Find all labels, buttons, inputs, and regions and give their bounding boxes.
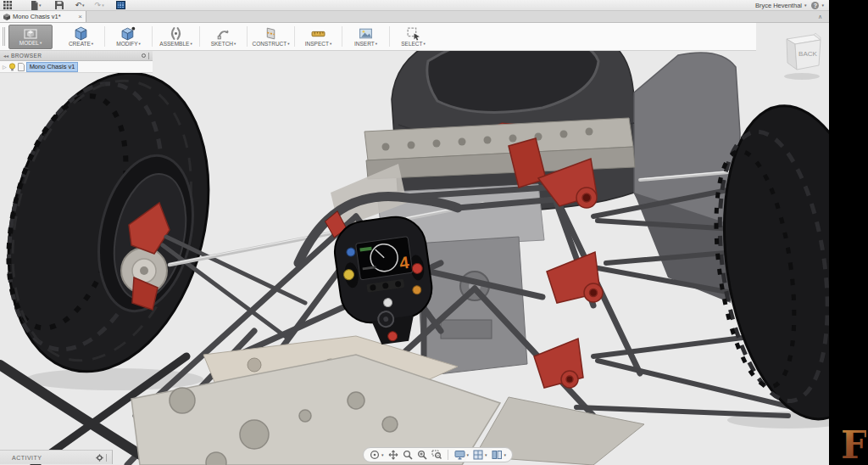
- sketch-icon: [216, 26, 231, 41]
- undo-button[interactable]: ↶ ▾: [72, 0, 88, 11]
- select-label: SELECT▾: [401, 42, 426, 48]
- model-workspace-icon: [24, 26, 37, 41]
- fusion-logo: F: [839, 426, 866, 463]
- inspect-label: INSPECT▾: [305, 42, 331, 48]
- toolbar-button-inspect[interactable]: INSPECT▾: [295, 24, 342, 50]
- assemble-icon: [169, 26, 183, 41]
- assemble-label: ASSEMBLE▾: [159, 42, 192, 48]
- create-icon: [74, 26, 88, 41]
- document-tab[interactable]: Mono Chasis v1* ×: [0, 11, 86, 22]
- toolbar-button-select[interactable]: SELECT▾: [390, 24, 437, 50]
- help-icon: ?: [811, 2, 819, 9]
- visibility-bulb-icon[interactable]: [8, 63, 16, 71]
- redo-button[interactable]: ↷ ▾: [92, 0, 108, 11]
- browser-options-icon[interactable]: [142, 53, 146, 58]
- navigation-bar: ▾ ▾ ▾ ▾: [363, 447, 513, 462]
- activity-panel-header[interactable]: ACTIVITY: [0, 450, 113, 464]
- document-tab-title: Mono Chasis v1*: [13, 13, 75, 20]
- app-grid-icon[interactable]: [0, 0, 15, 11]
- application-toolbar: ▾ ↶ ▾ ↷ ▾ Bryce Heventhal ▾ ? ▾: [0, 0, 829, 11]
- activity-settings-icon[interactable]: [96, 454, 103, 462]
- toolbar-button-sketch[interactable]: SKETCH▾: [200, 24, 247, 50]
- navbar-separator: [448, 450, 448, 460]
- activity-separator: [106, 454, 107, 462]
- browser-header[interactable]: ◂◂ BROWSER: [0, 51, 153, 61]
- toolbar-button-create[interactable]: CREATE▾: [58, 24, 104, 50]
- select-icon: [406, 26, 420, 41]
- viewports-caret-icon: ▾: [504, 453, 507, 457]
- browser-collapse-icon[interactable]: ◂◂: [3, 53, 8, 59]
- root-component-label[interactable]: Mono Chasis v1: [26, 62, 79, 72]
- orbit-tool[interactable]: ▾: [370, 450, 384, 460]
- workspace-switcher[interactable]: MODEL▾: [8, 25, 53, 49]
- application-area: ▾ ↶ ▾ ↷ ▾ Bryce Heventhal ▾ ? ▾: [0, 0, 829, 465]
- data-panel-toggle[interactable]: [113, 0, 129, 11]
- component-doc-icon: [18, 63, 25, 71]
- redo-caret-icon: ▾: [102, 3, 104, 8]
- insert-label: INSERT▾: [354, 42, 377, 48]
- browser-title: BROWSER: [11, 53, 42, 59]
- user-menu[interactable]: Bryce Heventhal ▾: [755, 2, 807, 9]
- pan-tool[interactable]: [388, 450, 398, 460]
- display-settings-tool[interactable]: ▾: [454, 450, 470, 460]
- redo-icon: ↷: [95, 2, 102, 9]
- inspect-icon: [311, 26, 326, 41]
- viewcube-face-label: BACK: [798, 50, 817, 58]
- fusion360-window: ▾ ↶ ▾ ↷ ▾ Bryce Heventhal ▾ ? ▾: [0, 0, 868, 465]
- activity-label: ACTIVITY: [12, 455, 42, 461]
- new-file-caret-icon: ▾: [39, 3, 42, 8]
- sketch-label: SKETCH▾: [211, 42, 236, 48]
- create-label: CREATE▾: [69, 42, 93, 48]
- toolbar-button-modify[interactable]: MODIFY▾: [105, 24, 152, 50]
- undo-caret-icon: ▾: [82, 3, 85, 8]
- user-name-label: Bryce Heventhal: [755, 2, 802, 9]
- view-cube[interactable]: BACK: [776, 27, 829, 83]
- display-settings-caret-icon: ▾: [467, 453, 470, 457]
- fit-tool[interactable]: [417, 450, 427, 460]
- browser-pin-separator: [148, 53, 149, 59]
- construct-icon: [264, 26, 278, 41]
- model-toolbar: MODEL▾ CREATE▾: [0, 23, 756, 51]
- modify-icon: [121, 26, 136, 41]
- toolbar-button-insert[interactable]: INSERT▾: [342, 24, 389, 50]
- viewport-canvas[interactable]: 4: [0, 23, 829, 465]
- document-tab-bar: Mono Chasis v1* × ∧: [0, 11, 829, 23]
- letterbox-strip: [829, 0, 868, 465]
- document-cube-icon: [3, 14, 10, 20]
- toolbar-button-construct[interactable]: CONSTRUCT▾: [248, 24, 294, 50]
- orbit-caret-icon: ▾: [381, 453, 384, 457]
- expand-icon[interactable]: ▷: [3, 64, 7, 70]
- grid-snaps-tool[interactable]: ▾: [473, 450, 487, 460]
- user-caret-icon: ▾: [804, 3, 807, 8]
- browser-panel: ◂◂ BROWSER ▷ Mono Chasis v1: [0, 51, 153, 73]
- workspace-label: MODEL▾: [19, 41, 42, 47]
- toolbar-grip[interactable]: [3, 27, 5, 46]
- new-file-button[interactable]: ▾: [27, 0, 45, 11]
- viewports-tool[interactable]: ▾: [492, 450, 507, 460]
- help-caret-icon: ▾: [821, 3, 824, 8]
- toolbar-collapse-icon[interactable]: ∧: [818, 14, 829, 20]
- zoom-tool[interactable]: [403, 450, 413, 460]
- save-button[interactable]: [52, 0, 67, 11]
- browser-root-row[interactable]: ▷ Mono Chasis v1: [0, 61, 153, 73]
- help-menu[interactable]: ? ▾: [811, 2, 824, 9]
- grid-snaps-caret-icon: ▾: [485, 453, 487, 457]
- tab-close-icon[interactable]: ×: [78, 14, 82, 20]
- undo-icon: ↶: [75, 2, 82, 9]
- zoom-window-tool[interactable]: [431, 450, 442, 460]
- insert-icon: [359, 26, 373, 41]
- toolbar-button-assemble[interactable]: ASSEMBLE▾: [153, 24, 199, 50]
- fusion-logo-letter: F: [841, 426, 866, 463]
- data-panel-icon: [116, 1, 125, 9]
- modify-label: MODIFY▾: [116, 42, 141, 48]
- construct-label: CONSTRUCT▾: [252, 42, 289, 48]
